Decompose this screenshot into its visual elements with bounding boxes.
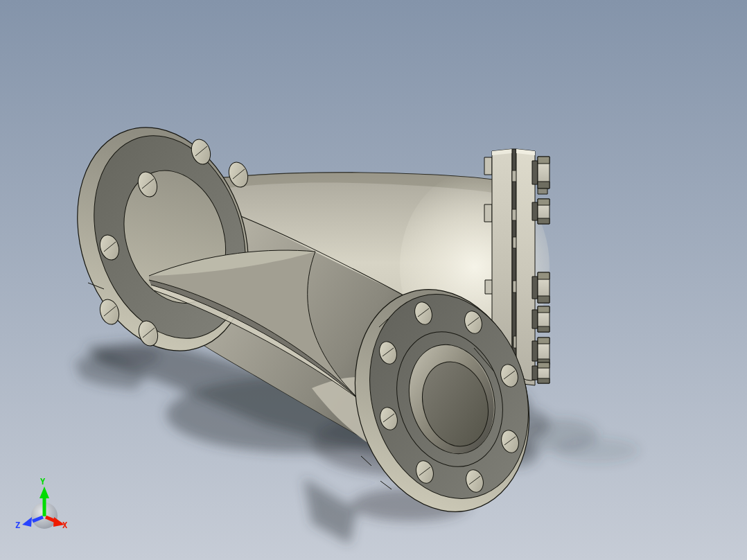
- hex-bolt-bevel-top: [538, 157, 550, 164]
- hex-bolt-bevel-bottom: [538, 182, 550, 189]
- floor-shadow-left: [97, 346, 159, 368]
- hex-bolt-bevel-top: [538, 272, 550, 279]
- stud-bolt: [484, 204, 492, 222]
- hex-bolt-bevel-top: [538, 199, 550, 205]
- bolt-washer: [532, 366, 538, 380]
- bolt-washer: [532, 161, 538, 184]
- hex-bolt-bevel-top: [538, 306, 550, 313]
- axis-x-label: X: [62, 520, 68, 530]
- stud-bolt: [484, 157, 492, 175]
- bolt-washer: [532, 202, 538, 220]
- bolt-washer: [532, 277, 538, 299]
- hex-bolt[interactable]: [532, 272, 550, 303]
- hex-bolt-bevel-top: [538, 338, 550, 344]
- hex-bolt-bevel-bottom: [538, 296, 550, 303]
- hex-bolt[interactable]: [532, 362, 550, 383]
- axis-y-label: Y: [40, 477, 46, 487]
- floor-shadow-fade: [556, 438, 639, 463]
- hex-bolt[interactable]: [532, 338, 550, 365]
- viewport-canvas[interactable]: Z X Y: [0, 0, 747, 560]
- hex-bolt-bevel-bottom: [538, 326, 550, 332]
- hex-bolt[interactable]: [532, 306, 550, 332]
- bolt-collar: [538, 189, 547, 194]
- hex-bolt-bevel-bottom: [538, 218, 550, 224]
- axis-z-label: Z: [15, 520, 20, 530]
- bolt-washer: [532, 310, 538, 329]
- bolt-washer: [532, 341, 538, 361]
- hex-bolt-bevel-top: [538, 362, 550, 368]
- hex-bolt[interactable]: [532, 199, 550, 224]
- hex-bolt-bevel-bottom: [538, 378, 550, 383]
